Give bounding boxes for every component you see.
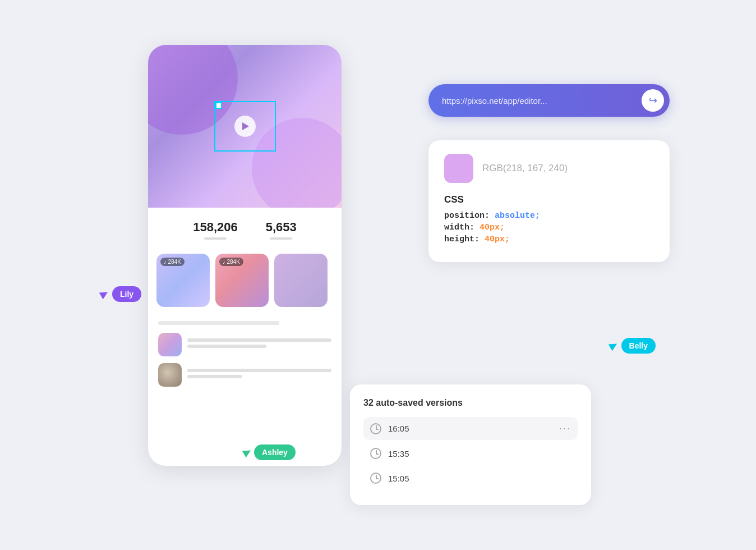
color-row: RGB(218, 167, 240): [444, 154, 654, 183]
stat-1: 158,206: [193, 220, 238, 240]
css-label: CSS: [444, 194, 654, 205]
url-bar[interactable]: https://pixso.net/app/editor...: [428, 84, 670, 117]
track-1[interactable]: 284K: [156, 254, 210, 307]
version-time-3: 15:05: [388, 474, 571, 483]
phone-stats: 158,206 5,653: [148, 208, 342, 245]
version-time-1: 16:05: [388, 424, 559, 433]
track-1-badge: 284K: [160, 258, 185, 266]
version-item-3[interactable]: 15:05: [363, 467, 578, 489]
phone-tracks: 284K 284K: [148, 245, 342, 315]
clock-icon-1: [370, 423, 381, 434]
list-line-2b: [187, 375, 242, 378]
list-item-1-text: [187, 338, 331, 351]
list-item-1[interactable]: [158, 333, 331, 356]
selection-box: [214, 101, 276, 152]
belly-label-pill: Belly: [621, 338, 656, 354]
lily-cursor: Lily: [100, 286, 141, 302]
scene: 158,206 5,653 284K 284K: [70, 28, 686, 522]
phone-card: 158,206 5,653 284K 284K: [148, 45, 342, 466]
list-item-2[interactable]: [158, 363, 331, 387]
play-button[interactable]: [234, 116, 256, 137]
list-line-2a: [187, 369, 331, 372]
url-go-button[interactable]: [642, 89, 664, 112]
ashley-cursor-arrow: [242, 447, 252, 457]
css-line-3: height: 40px;: [444, 235, 654, 244]
clock-icon-3: [370, 473, 381, 484]
list-thumb-2: [158, 363, 182, 387]
versions-title: 32 auto-saved versions: [363, 398, 578, 408]
stat-2-value: 5,653: [266, 220, 297, 235]
track-2[interactable]: 284K: [215, 254, 269, 307]
color-value: RGB(218, 167, 240): [482, 163, 568, 174]
css-key-1: position:: [444, 211, 495, 221]
lily-cursor-arrow: [99, 288, 109, 299]
css-line-1: position: absolute;: [444, 211, 654, 221]
color-swatch[interactable]: [444, 154, 473, 183]
css-line-2: width: 40px;: [444, 223, 654, 232]
belly-cursor: Belly: [610, 338, 656, 354]
css-val-2: 40px;: [480, 223, 505, 232]
clock-icon-2: [370, 448, 381, 459]
version-time-2: 15:35: [388, 449, 571, 459]
ashley-cursor: Ashley: [243, 444, 296, 460]
belly-cursor-arrow: [608, 340, 619, 351]
css-key-3: height:: [444, 235, 485, 244]
stat-2: 5,653: [266, 220, 297, 240]
url-text: https://pixso.net/app/editor...: [442, 96, 642, 106]
ashley-label-pill: Ashley: [254, 444, 296, 460]
list-line-1a: [187, 338, 331, 342]
list-item-2-text: [187, 369, 331, 381]
stat-1-bar: [204, 237, 227, 240]
track-2-badge: 284K: [219, 258, 243, 266]
color-panel: RGB(218, 167, 240) CSS position: absolut…: [428, 140, 670, 262]
versions-panel: 32 auto-saved versions 16:05 ··· 15:35 1…: [350, 384, 591, 505]
track-3[interactable]: [274, 254, 328, 307]
css-block: CSS position: absolute; width: 40px; hei…: [444, 194, 654, 244]
stat-2-bar: [270, 237, 292, 240]
version-item-2[interactable]: 15:35: [363, 442, 578, 465]
css-key-2: width:: [444, 223, 480, 232]
css-val-1: absolute;: [495, 211, 540, 221]
phone-list: [148, 315, 342, 399]
version-item-1[interactable]: 16:05 ···: [363, 417, 578, 440]
phone-hero: [148, 45, 342, 208]
list-line-1b: [187, 345, 266, 348]
stat-1-value: 158,206: [193, 220, 238, 235]
version-dots-1[interactable]: ···: [559, 423, 571, 434]
list-thumb-1: [158, 333, 182, 356]
list-section-bar: [158, 321, 279, 325]
lily-label-pill: Lily: [112, 286, 141, 302]
css-val-3: 40px;: [485, 235, 510, 244]
